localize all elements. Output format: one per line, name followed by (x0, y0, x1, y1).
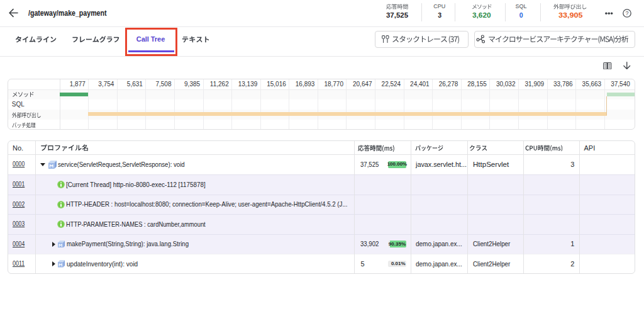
svg-text:?: ? (625, 10, 628, 16)
